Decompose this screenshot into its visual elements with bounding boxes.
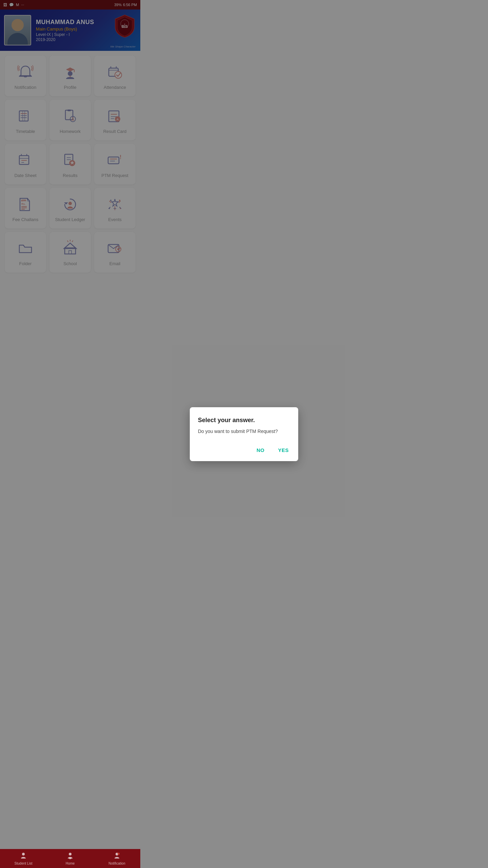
dialog-overlay[interactable]: Select your answer. Do you want to submi… (0, 0, 140, 304)
